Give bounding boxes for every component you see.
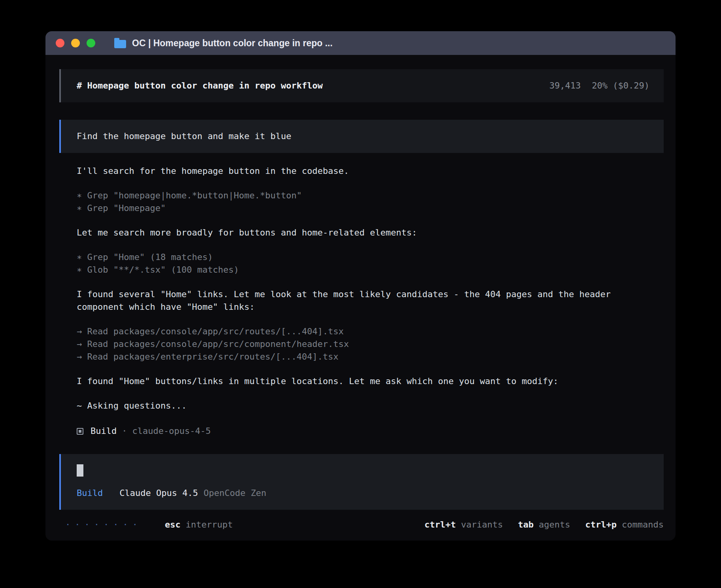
assistant-text: I found several "Home" links. Let me loo… <box>77 288 662 313</box>
terminal-content: # Homepage button color change in repo w… <box>45 55 676 541</box>
context-usage: 20% ($0.29) <box>592 79 649 92</box>
assistant-paragraph: I found "Home" buttons/links in multiple… <box>77 375 664 388</box>
tool-call-grep: ∗ Grep "Home" (18 matches) <box>77 251 664 264</box>
prompt-input[interactable]: Build Claude Opus 4.5 OpenCode Zen <box>59 454 664 510</box>
close-window-button[interactable] <box>56 39 64 47</box>
status-bar-right: ctrl+t variants tab agents ctrl+p comman… <box>410 518 664 531</box>
tool-call-read: → Read packages/console/app/src/routes/[… <box>77 325 664 338</box>
tool-call-grep: ∗ Grep "Homepage" <box>77 202 664 215</box>
progress-dots: ········ <box>65 518 142 531</box>
esc-key-hint: esc <box>165 518 181 531</box>
assistant-text: Let me search more broadly for buttons a… <box>77 226 664 239</box>
spinner-status-text: ~ Asking questions... <box>77 400 664 412</box>
shortcut-key: tab <box>518 518 534 531</box>
traffic-lights <box>56 39 95 47</box>
folder-icon <box>114 40 126 48</box>
window-title: OC | Homepage button color change in rep… <box>132 38 332 49</box>
tool-call-grep: ∗ Grep "homepage|home.*button|Home.*butt… <box>77 189 664 202</box>
shortcut-label: variants <box>461 518 503 531</box>
assistant-paragraph: ~ Asking questions... <box>77 400 664 412</box>
shortcut-label: commands <box>622 518 664 531</box>
user-message: Find the homepage button and make it blu… <box>59 120 664 153</box>
agent-icon <box>77 428 83 435</box>
terminal-window: OC | Homepage button color change in rep… <box>45 31 676 541</box>
input-meta-row: Build Claude Opus 4.5 OpenCode Zen <box>77 487 649 499</box>
shortcut-commands: ctrl+p commands <box>585 518 664 531</box>
agent-mode-label: Build <box>77 487 103 499</box>
shortcut-key: ctrl+p <box>585 518 617 531</box>
shortcut-agents: tab agents <box>518 518 570 531</box>
shortcut-label: agents <box>539 518 570 531</box>
session-meta: 39,413 20% ($0.29) <box>549 79 649 92</box>
model-label: Claude Opus 4.5 <box>119 487 198 499</box>
status-bar: ········ esc interrupt ctrl+t variants t… <box>59 510 664 531</box>
assistant-paragraph: I found several "Home" links. Let me loo… <box>77 288 664 313</box>
tool-call-read: → Read packages/enterprise/src/routes/[.… <box>77 351 664 363</box>
session-header: # Homepage button color change in repo w… <box>59 69 664 102</box>
provider-label: OpenCode Zen <box>204 487 266 499</box>
minimize-window-button[interactable] <box>71 39 80 47</box>
assistant-text: I'll search for the homepage button in t… <box>77 165 664 177</box>
text-cursor <box>77 464 83 477</box>
session-title: # Homepage button color change in repo w… <box>77 79 323 92</box>
assistant-paragraph: I'll search for the homepage button in t… <box>77 165 664 177</box>
agent-model: claude-opus-4-5 <box>132 425 211 437</box>
separator-dot: · <box>122 425 127 437</box>
agent-status-line: Build · claude-opus-4-5 <box>77 425 664 437</box>
esc-key-label: interrupt <box>186 518 233 531</box>
tool-call-group: ∗ Grep "Home" (18 matches) ∗ Glob "**/*.… <box>77 251 664 276</box>
tool-call-group: → Read packages/console/app/src/routes/[… <box>77 325 664 363</box>
agent-name: Build <box>91 425 117 437</box>
token-count: 39,413 <box>549 79 581 92</box>
titlebar-title-group: OC | Homepage button color change in rep… <box>114 38 332 49</box>
shortcut-key: ctrl+t <box>425 518 456 531</box>
status-bar-left: ········ esc interrupt <box>65 518 233 531</box>
shortcut-variants: ctrl+t variants <box>425 518 503 531</box>
assistant-text: I found "Home" buttons/links in multiple… <box>77 375 664 388</box>
zoom-window-button[interactable] <box>87 39 95 47</box>
assistant-paragraph: Let me search more broadly for buttons a… <box>77 226 664 239</box>
tool-call-group: ∗ Grep "homepage|home.*button|Home.*butt… <box>77 189 664 215</box>
tool-call-glob: ∗ Glob "**/*.tsx" (100 matches) <box>77 264 664 276</box>
window-titlebar[interactable]: OC | Homepage button color change in rep… <box>45 31 676 55</box>
tool-call-read: → Read packages/console/app/src/componen… <box>77 338 664 351</box>
